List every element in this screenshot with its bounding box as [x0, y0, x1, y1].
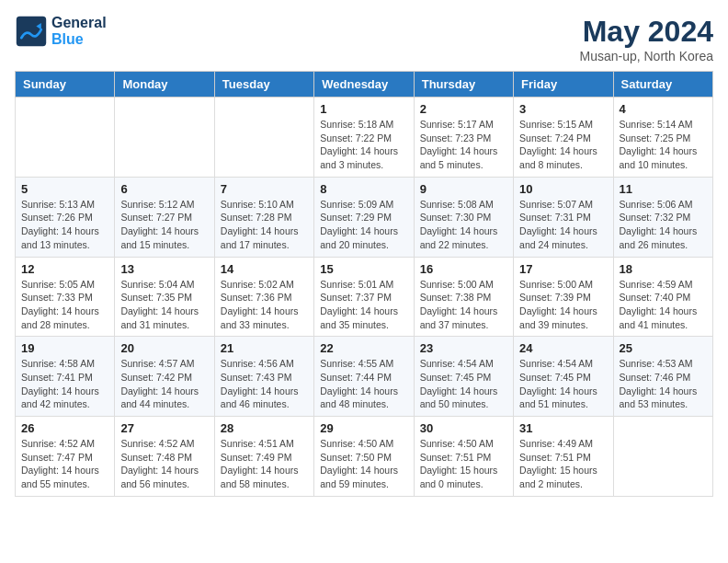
- empty-cell: [16, 98, 115, 178]
- day-info: Sunrise: 4:54 AM Sunset: 7:45 PM Dayligh…: [519, 357, 607, 411]
- day-info: Sunrise: 4:51 AM Sunset: 7:49 PM Dayligh…: [221, 437, 308, 491]
- day-number: 26: [21, 421, 108, 435]
- weekday-header-saturday: Saturday: [613, 72, 712, 98]
- day-cell-7: 7Sunrise: 5:10 AM Sunset: 7:28 PM Daylig…: [214, 177, 313, 257]
- day-info: Sunrise: 5:18 AM Sunset: 7:22 PM Dayligh…: [320, 118, 407, 172]
- day-info: Sunrise: 5:08 AM Sunset: 7:30 PM Dayligh…: [420, 198, 507, 252]
- day-info: Sunrise: 5:04 AM Sunset: 7:35 PM Dayligh…: [120, 278, 208, 332]
- day-number: 11: [620, 182, 707, 196]
- day-number: 27: [120, 421, 208, 435]
- day-number: 30: [420, 421, 507, 435]
- day-number: 20: [120, 341, 208, 355]
- week-row-4: 19Sunrise: 4:58 AM Sunset: 7:41 PM Dayli…: [16, 337, 713, 417]
- day-number: 24: [519, 341, 607, 355]
- day-info: Sunrise: 5:10 AM Sunset: 7:28 PM Dayligh…: [221, 198, 308, 252]
- day-info: Sunrise: 4:55 AM Sunset: 7:44 PM Dayligh…: [320, 357, 407, 411]
- day-number: 25: [620, 341, 707, 355]
- day-number: 4: [620, 102, 707, 116]
- day-cell-13: 13Sunrise: 5:04 AM Sunset: 7:35 PM Dayli…: [115, 257, 214, 337]
- day-number: 29: [320, 421, 407, 435]
- empty-cell: [115, 98, 214, 178]
- day-info: Sunrise: 4:52 AM Sunset: 7:47 PM Dayligh…: [21, 437, 108, 491]
- day-info: Sunrise: 4:52 AM Sunset: 7:48 PM Dayligh…: [120, 437, 208, 491]
- day-number: 9: [420, 182, 507, 196]
- day-cell-31: 31Sunrise: 4:49 AM Sunset: 7:51 PM Dayli…: [514, 417, 613, 497]
- day-cell-24: 24Sunrise: 4:54 AM Sunset: 7:45 PM Dayli…: [514, 337, 613, 417]
- day-number: 31: [519, 421, 607, 435]
- weekday-header-wednesday: Wednesday: [314, 72, 414, 98]
- week-row-5: 26Sunrise: 4:52 AM Sunset: 7:47 PM Dayli…: [16, 417, 713, 497]
- day-cell-4: 4Sunrise: 5:14 AM Sunset: 7:25 PM Daylig…: [613, 98, 712, 178]
- day-info: Sunrise: 4:58 AM Sunset: 7:41 PM Dayligh…: [21, 357, 108, 411]
- day-cell-29: 29Sunrise: 4:50 AM Sunset: 7:50 PM Dayli…: [314, 417, 414, 497]
- day-info: Sunrise: 5:00 AM Sunset: 7:39 PM Dayligh…: [519, 278, 607, 332]
- weekday-header-monday: Monday: [115, 72, 214, 98]
- day-info: Sunrise: 5:02 AM Sunset: 7:36 PM Dayligh…: [221, 278, 308, 332]
- day-number: 19: [21, 341, 108, 355]
- day-info: Sunrise: 4:59 AM Sunset: 7:40 PM Dayligh…: [620, 278, 707, 332]
- logo-icon: [15, 15, 48, 48]
- day-number: 3: [519, 102, 607, 116]
- day-cell-28: 28Sunrise: 4:51 AM Sunset: 7:49 PM Dayli…: [214, 417, 313, 497]
- day-info: Sunrise: 5:05 AM Sunset: 7:33 PM Dayligh…: [21, 278, 108, 332]
- day-info: Sunrise: 5:00 AM Sunset: 7:38 PM Dayligh…: [420, 278, 507, 332]
- day-cell-12: 12Sunrise: 5:05 AM Sunset: 7:33 PM Dayli…: [16, 257, 115, 337]
- day-info: Sunrise: 4:50 AM Sunset: 7:51 PM Dayligh…: [420, 437, 507, 491]
- day-cell-6: 6Sunrise: 5:12 AM Sunset: 7:27 PM Daylig…: [115, 177, 214, 257]
- day-cell-5: 5Sunrise: 5:13 AM Sunset: 7:26 PM Daylig…: [16, 177, 115, 257]
- day-number: 15: [320, 262, 407, 276]
- day-cell-17: 17Sunrise: 5:00 AM Sunset: 7:39 PM Dayli…: [514, 257, 613, 337]
- week-row-3: 12Sunrise: 5:05 AM Sunset: 7:33 PM Dayli…: [16, 257, 713, 337]
- day-number: 2: [420, 102, 507, 116]
- week-row-1: 1Sunrise: 5:18 AM Sunset: 7:22 PM Daylig…: [16, 98, 713, 178]
- day-cell-27: 27Sunrise: 4:52 AM Sunset: 7:48 PM Dayli…: [115, 417, 214, 497]
- day-info: Sunrise: 5:14 AM Sunset: 7:25 PM Dayligh…: [620, 118, 707, 172]
- day-info: Sunrise: 4:56 AM Sunset: 7:43 PM Dayligh…: [221, 357, 308, 411]
- day-info: Sunrise: 5:01 AM Sunset: 7:37 PM Dayligh…: [320, 278, 407, 332]
- day-cell-25: 25Sunrise: 4:53 AM Sunset: 7:46 PM Dayli…: [613, 337, 712, 417]
- day-cell-19: 19Sunrise: 4:58 AM Sunset: 7:41 PM Dayli…: [16, 337, 115, 417]
- day-cell-22: 22Sunrise: 4:55 AM Sunset: 7:44 PM Dayli…: [314, 337, 414, 417]
- day-cell-16: 16Sunrise: 5:00 AM Sunset: 7:38 PM Dayli…: [414, 257, 513, 337]
- logo-text: General Blue: [51, 15, 107, 49]
- day-number: 21: [221, 341, 308, 355]
- day-cell-15: 15Sunrise: 5:01 AM Sunset: 7:37 PM Dayli…: [314, 257, 414, 337]
- day-cell-11: 11Sunrise: 5:06 AM Sunset: 7:32 PM Dayli…: [613, 177, 712, 257]
- day-cell-9: 9Sunrise: 5:08 AM Sunset: 7:30 PM Daylig…: [414, 177, 513, 257]
- day-number: 22: [320, 341, 407, 355]
- day-cell-2: 2Sunrise: 5:17 AM Sunset: 7:23 PM Daylig…: [414, 98, 513, 178]
- day-info: Sunrise: 4:57 AM Sunset: 7:42 PM Dayligh…: [120, 357, 208, 411]
- day-number: 8: [320, 182, 407, 196]
- day-info: Sunrise: 5:13 AM Sunset: 7:26 PM Dayligh…: [21, 198, 108, 252]
- title-block: May 2024 Musan-up, North Korea: [579, 15, 713, 63]
- day-info: Sunrise: 5:17 AM Sunset: 7:23 PM Dayligh…: [420, 118, 507, 172]
- day-number: 14: [221, 262, 308, 276]
- day-cell-18: 18Sunrise: 4:59 AM Sunset: 7:40 PM Dayli…: [613, 257, 712, 337]
- calendar-table: SundayMondayTuesdayWednesdayThursdayFrid…: [15, 71, 713, 497]
- empty-cell: [613, 417, 712, 497]
- day-info: Sunrise: 5:07 AM Sunset: 7:31 PM Dayligh…: [519, 198, 607, 252]
- day-cell-26: 26Sunrise: 4:52 AM Sunset: 7:47 PM Dayli…: [16, 417, 115, 497]
- day-info: Sunrise: 5:06 AM Sunset: 7:32 PM Dayligh…: [620, 198, 707, 252]
- day-number: 18: [620, 262, 707, 276]
- weekday-header-tuesday: Tuesday: [214, 72, 313, 98]
- day-number: 7: [221, 182, 308, 196]
- logo: General Blue: [15, 15, 107, 49]
- day-number: 23: [420, 341, 507, 355]
- day-info: Sunrise: 4:49 AM Sunset: 7:51 PM Dayligh…: [519, 437, 607, 491]
- day-number: 17: [519, 262, 607, 276]
- day-cell-23: 23Sunrise: 4:54 AM Sunset: 7:45 PM Dayli…: [414, 337, 513, 417]
- day-number: 28: [221, 421, 308, 435]
- empty-cell: [214, 98, 313, 178]
- day-cell-10: 10Sunrise: 5:07 AM Sunset: 7:31 PM Dayli…: [514, 177, 613, 257]
- day-number: 1: [320, 102, 407, 116]
- day-cell-21: 21Sunrise: 4:56 AM Sunset: 7:43 PM Dayli…: [214, 337, 313, 417]
- day-cell-1: 1Sunrise: 5:18 AM Sunset: 7:22 PM Daylig…: [314, 98, 414, 178]
- day-number: 6: [120, 182, 208, 196]
- day-cell-20: 20Sunrise: 4:57 AM Sunset: 7:42 PM Dayli…: [115, 337, 214, 417]
- day-cell-14: 14Sunrise: 5:02 AM Sunset: 7:36 PM Dayli…: [214, 257, 313, 337]
- location: Musan-up, North Korea: [579, 49, 713, 63]
- day-number: 12: [21, 262, 108, 276]
- day-info: Sunrise: 4:50 AM Sunset: 7:50 PM Dayligh…: [320, 437, 407, 491]
- weekday-header-friday: Friday: [514, 72, 613, 98]
